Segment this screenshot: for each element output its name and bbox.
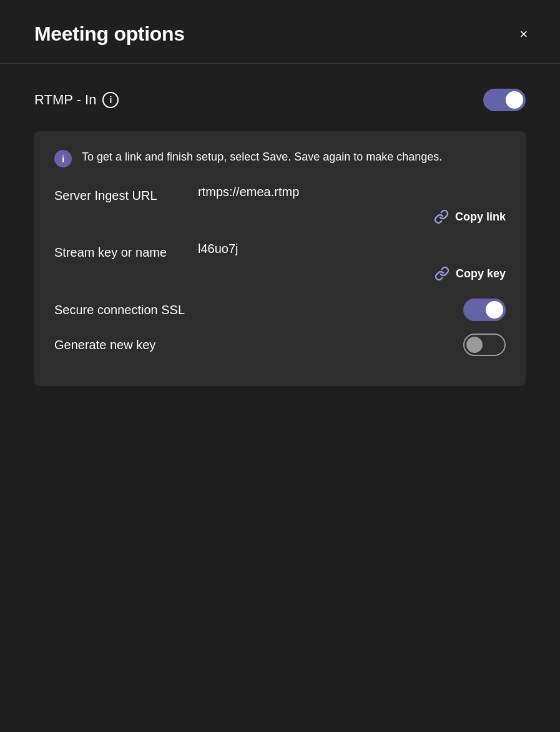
info-card: i To get a link and finish setup, select… (34, 131, 526, 386)
copy-key-label: Copy key (456, 267, 506, 280)
rtmp-info-icon[interactable]: i (102, 92, 119, 108)
close-button[interactable]: × (513, 23, 535, 46)
rtmp-toggle[interactable] (483, 89, 526, 111)
notice-text: To get a link and finish setup, select S… (82, 149, 442, 166)
stream-key-label: Stream key or name (54, 242, 198, 261)
secure-ssl-row: Secure connection SSL (54, 299, 506, 321)
page-title: Meeting options (34, 22, 185, 46)
generate-key-toggle-slider (463, 334, 506, 356)
secure-ssl-label: Secure connection SSL (54, 303, 185, 317)
rtmp-row: RTMP - In i (34, 89, 526, 111)
rtmp-label-text: RTMP - In (34, 92, 96, 108)
copy-key-row[interactable]: Copy key (54, 266, 506, 281)
modal-header: Meeting options × (0, 0, 560, 64)
generate-key-row: Generate new key (54, 334, 506, 356)
generate-key-toggle[interactable] (463, 334, 506, 356)
rtmp-label: RTMP - In i (34, 92, 119, 108)
copy-link-label: Copy link (455, 210, 506, 224)
rtmp-toggle-slider (483, 89, 526, 111)
copy-key-icon (435, 266, 449, 281)
secure-ssl-toggle-slider (463, 299, 506, 321)
generate-key-label: Generate new key (54, 338, 155, 352)
server-ingest-label: Server Ingest URL (54, 185, 198, 204)
modal-body: RTMP - In i i To get a link and finish s… (0, 64, 560, 411)
copy-link-row[interactable]: Copy link (54, 209, 506, 224)
secure-ssl-toggle[interactable] (463, 299, 506, 321)
stream-key-value: l46uo7j (198, 242, 506, 256)
info-notice: i To get a link and finish setup, select… (54, 149, 506, 167)
notice-icon: i (54, 150, 72, 167)
server-ingest-value: rtmps://emea.rtmp (198, 185, 506, 199)
meeting-options-modal: Meeting options × RTMP - In i i To get a… (0, 0, 560, 732)
copy-link-icon (434, 209, 449, 224)
stream-key-row: Stream key or name l46uo7j (54, 242, 506, 261)
server-ingest-row: Server Ingest URL rtmps://emea.rtmp (54, 185, 506, 204)
